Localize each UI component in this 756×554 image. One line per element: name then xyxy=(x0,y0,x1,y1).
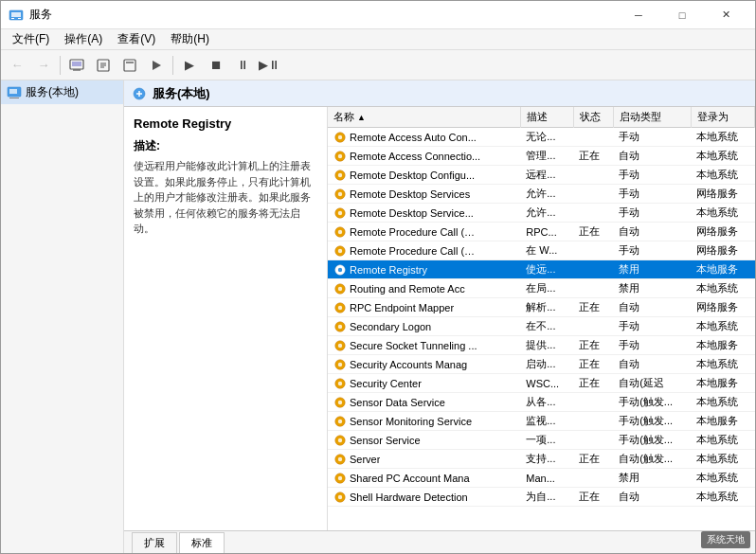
service-desc-cell: 解析... xyxy=(520,298,573,317)
header-icon xyxy=(132,86,147,101)
service-icon xyxy=(333,339,347,352)
toolbar-btn-4[interactable] xyxy=(144,54,169,77)
maximize-button[interactable]: □ xyxy=(660,1,704,29)
service-name-cell: Remote Registry xyxy=(328,260,520,279)
table-row[interactable]: Remote Desktop Service...允许...手动本地系统 xyxy=(328,204,755,223)
pause-button[interactable]: ⏸ xyxy=(230,54,255,77)
restart-button[interactable]: ▶⏸ xyxy=(257,54,281,77)
service-startup-cell: 自动(触发... xyxy=(613,450,691,469)
toolbar-btn-3[interactable] xyxy=(117,54,142,77)
service-startup-cell: 自动 xyxy=(613,223,691,241)
table-row[interactable]: Secure Socket Tunneling ...提供...正在手动本地服务 xyxy=(328,336,755,355)
table-row[interactable]: Remote Procedure Call (…RPC...正在自动网络服务 xyxy=(328,223,755,241)
table-row[interactable]: Sensor Service一项...手动(触发...本地系统 xyxy=(328,431,755,450)
table-row[interactable]: Security CenterWSC...正在自动(延迟本地服务 xyxy=(328,374,755,393)
service-desc-cell: RPC... xyxy=(520,223,573,241)
service-icon xyxy=(333,377,347,390)
table-row[interactable]: Remote Desktop Configu...远程...手动本地系统 xyxy=(328,166,755,185)
service-startup-cell: 自动 xyxy=(613,488,691,507)
menu-view[interactable]: 查看(V) xyxy=(110,29,163,49)
content-header-title: 服务(本地) xyxy=(153,85,210,102)
close-button[interactable]: ✕ xyxy=(704,1,747,29)
minimize-button[interactable]: ─ xyxy=(617,1,660,29)
table-row[interactable]: RPC Endpoint Mapper解析...正在自动网络服务 xyxy=(328,298,755,317)
service-status-cell: 正在 xyxy=(573,336,613,355)
service-login-cell: 本地系统 xyxy=(691,204,754,223)
service-login-cell: 本地系统 xyxy=(691,279,754,298)
info-panel-desc-title: 描述: xyxy=(134,138,317,154)
service-name-cell: Remote Procedure Call (… xyxy=(328,241,520,260)
col-login[interactable]: 登录为 xyxy=(691,107,754,128)
back-button[interactable]: ← xyxy=(5,54,29,77)
service-name-cell: Security Center xyxy=(328,374,520,393)
service-login-cell: 网络服务 xyxy=(691,185,754,204)
service-name-cell: Remote Access Connectio... xyxy=(328,147,520,166)
tab-standard[interactable]: 标准 xyxy=(179,532,225,553)
service-status-cell xyxy=(573,431,613,450)
service-status-cell xyxy=(573,128,613,147)
service-icon xyxy=(333,188,347,201)
service-icon xyxy=(333,320,347,333)
app-icon xyxy=(9,8,24,23)
col-startup[interactable]: 启动类型 xyxy=(613,107,691,128)
svg-rect-12 xyxy=(126,62,134,63)
service-status-cell: 正在 xyxy=(573,298,613,317)
play-button[interactable]: ▶ xyxy=(177,54,202,77)
service-login-cell: 本地系统 xyxy=(691,431,754,450)
service-name-cell: Remote Access Auto Con... xyxy=(328,128,520,147)
table-header-row: 名称 ▲ 描述 状态 启动类型 登录为 xyxy=(328,107,755,128)
table-row[interactable]: Remote Access Connectio...管理...正在自动本地系统 xyxy=(328,147,755,166)
service-startup-cell: 手动 xyxy=(613,336,691,355)
service-desc-cell: 允许... xyxy=(520,185,573,204)
service-desc-cell: WSC... xyxy=(520,374,573,393)
service-login-cell: 网络服务 xyxy=(691,241,754,260)
table-row[interactable]: Sensor Data Service从各...手动(触发...本地系统 xyxy=(328,393,755,412)
service-status-cell xyxy=(573,393,613,412)
service-name-cell: Secondary Logon xyxy=(328,317,520,336)
stop-button[interactable]: ⏹ xyxy=(204,54,228,77)
service-name-cell: Server xyxy=(328,450,520,469)
service-desc-cell: 在不... xyxy=(520,317,573,336)
toolbar-btn-2[interactable] xyxy=(91,54,116,77)
sidebar-item-local-services[interactable]: 服务(本地) xyxy=(1,80,123,104)
forward-button[interactable]: → xyxy=(31,54,56,77)
service-startup-cell: 手动 xyxy=(613,317,691,336)
service-desc-cell: 为自... xyxy=(520,488,573,507)
table-row[interactable]: Shared PC Account ManaMan...禁用本地系统 xyxy=(328,469,755,488)
table-row[interactable]: Routing and Remote Acc在局...禁用本地系统 xyxy=(328,279,755,298)
service-icon xyxy=(333,491,347,504)
table-row[interactable]: Remote Access Auto Con...无论...手动本地系统 xyxy=(328,128,755,147)
menu-bar: 文件(F) 操作(A) 查看(V) 帮助(H) xyxy=(1,29,755,50)
service-startup-cell: 禁用 xyxy=(613,260,691,279)
service-icon xyxy=(333,131,347,144)
service-status-cell: 正在 xyxy=(573,223,613,241)
table-row[interactable]: Shell Hardware Detection为自...正在自动本地系统 xyxy=(328,488,755,507)
tab-expand[interactable]: 扩展 xyxy=(132,532,177,553)
table-row[interactable]: Remote Registry使远...禁用本地服务 xyxy=(328,260,755,279)
table-row[interactable]: Remote Procedure Call (…在 W...手动网络服务 xyxy=(328,241,755,260)
col-desc[interactable]: 描述 xyxy=(520,107,573,128)
service-status-cell xyxy=(573,279,613,298)
service-startup-cell: 手动 xyxy=(613,241,691,260)
table-row[interactable]: Security Accounts Manag启动...正在自动本地系统 xyxy=(328,355,755,374)
services-table-container[interactable]: 名称 ▲ 描述 状态 启动类型 登录为 Remote Access Auto C… xyxy=(328,107,755,530)
service-desc-cell: 提供... xyxy=(520,336,573,355)
menu-file[interactable]: 文件(F) xyxy=(5,29,57,49)
service-startup-cell: 禁用 xyxy=(613,469,691,488)
table-row[interactable]: Sensor Monitoring Service监视...手动(触发...本地… xyxy=(328,412,755,431)
col-name[interactable]: 名称 ▲ xyxy=(328,107,520,128)
table-row[interactable]: Secondary Logon在不...手动本地系统 xyxy=(328,317,755,336)
col-status[interactable]: 状态 xyxy=(573,107,613,128)
main-area: 服务(本地) 服务(本地) Remote Registry 描述: xyxy=(1,80,755,553)
menu-action[interactable]: 操作(A) xyxy=(57,29,110,49)
service-login-cell: 本地服务 xyxy=(691,260,754,279)
table-row[interactable]: Server支持...正在自动(触发...本地系统 xyxy=(328,450,755,469)
svg-rect-15 xyxy=(9,89,17,94)
toolbar-btn-1[interactable] xyxy=(64,54,89,77)
service-desc-cell: 在 W... xyxy=(520,241,573,260)
service-icon xyxy=(333,225,347,239)
window-title: 服务 xyxy=(29,7,52,23)
info-panel-title: Remote Registry xyxy=(134,116,317,131)
menu-help[interactable]: 帮助(H) xyxy=(163,29,217,49)
table-row[interactable]: Remote Desktop Services允许...手动网络服务 xyxy=(328,185,755,204)
